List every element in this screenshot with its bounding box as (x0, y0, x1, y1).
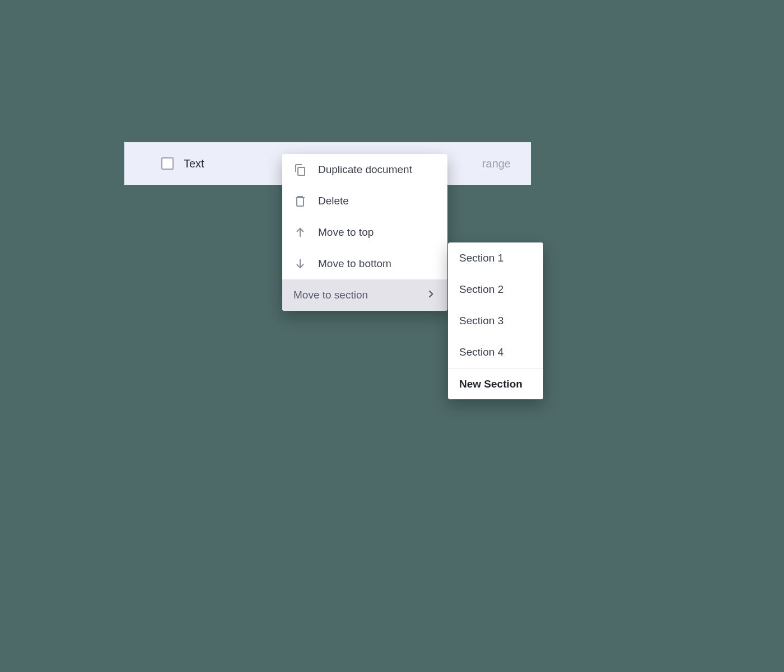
menu-item-delete[interactable]: Delete (282, 185, 447, 217)
menu-item-move-section[interactable]: Move to section (282, 279, 447, 311)
menu-item-move-top[interactable]: Move to top (282, 217, 447, 248)
svg-rect-0 (298, 167, 305, 175)
submenu-item-section-4[interactable]: Section 4 (448, 337, 543, 368)
menu-item-duplicate[interactable]: Duplicate document (282, 154, 447, 185)
trash-icon (293, 194, 307, 208)
checkbox[interactable] (161, 157, 174, 170)
submenu-item-section-2[interactable]: Section 2 (448, 274, 543, 305)
menu-item-label: Move to top (318, 226, 436, 239)
menu-item-label: Delete (318, 195, 436, 207)
chevron-right-icon (425, 288, 436, 302)
submenu-item-new-section[interactable]: New Section (448, 368, 543, 399)
menu-item-label: Move to section (293, 289, 425, 301)
submenu-item-section-1[interactable]: Section 1 (448, 242, 543, 274)
arrow-down-icon (293, 257, 307, 270)
submenu-sections: Section 1 Section 2 Section 3 Section 4 … (448, 242, 543, 399)
menu-item-label: Duplicate document (318, 164, 436, 176)
copy-icon (293, 163, 307, 176)
arrow-up-icon (293, 226, 307, 239)
row-trailing: range (482, 157, 511, 170)
menu-item-label: Move to bottom (318, 258, 436, 270)
menu-item-move-bottom[interactable]: Move to bottom (282, 248, 447, 279)
submenu-item-section-3[interactable]: Section 3 (448, 305, 543, 337)
context-menu: Duplicate document Delete Move to top (282, 154, 447, 311)
